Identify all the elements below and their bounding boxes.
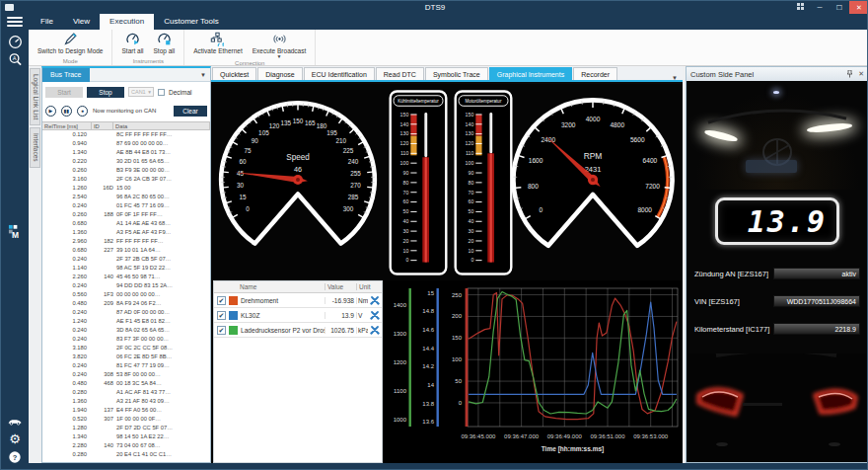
tab-read-dtc[interactable]: Read DTC [376, 67, 424, 80]
bus-trace-row[interactable]: 0.2402F 37 2B CB 5F 07… [42, 255, 210, 264]
signal-table: Name Value Unit ✔Drehmoment-16.938Nm✔KL3… [213, 280, 383, 463]
record-icon[interactable]: ● [77, 106, 88, 117]
svg-text:90: 90 [469, 170, 474, 176]
tab-diagnose[interactable]: Diagnose [257, 67, 303, 80]
bus-trace-row[interactable]: 1.240AE F1 45 E8 01 82… [42, 317, 210, 326]
tab-recorder[interactable]: Recorder [573, 67, 617, 80]
field-value[interactable]: aktiv [773, 268, 860, 279]
switch-to-design-mode-button[interactable]: Switch to Design Mode [33, 31, 108, 57]
car-icon[interactable] [4, 413, 26, 429]
configure-wrench-icon[interactable] [368, 325, 382, 335]
bus-trace-row[interactable]: 1.34098 14 50 1A E2 22… [42, 432, 210, 441]
svg-text:46: 46 [294, 165, 302, 174]
chevron-down-icon[interactable]: ▼ [672, 76, 678, 80]
field-value[interactable]: 2218.9 [773, 323, 860, 335]
tab-graphical-instruments[interactable]: Graphical Instruments [489, 67, 572, 80]
signal-row[interactable]: ✔Ladedrucksensor P2 vor Drosselklappe102… [214, 323, 382, 338]
bus-trace-row[interactable]: 3.1602F C6 2A CB 3F 07… [42, 175, 210, 184]
bus-trace-row[interactable]: 2.54096 8A 2C 80 65 00… [42, 193, 210, 201]
signal-row[interactable]: ✔Drehmoment-16.938Nm [214, 293, 382, 308]
configure-wrench-icon[interactable] [368, 295, 382, 305]
configure-wrench-icon[interactable] [368, 310, 382, 320]
bus-trace-row[interactable]: 0.680A1 14 AE AE 43 68… [42, 219, 210, 228]
minimize-button[interactable]: ─ [810, 1, 830, 14]
bus-trace-row[interactable]: 0.5601F300 00 00 00 00… [42, 290, 210, 299]
svg-text:15: 15 [427, 290, 434, 296]
cell-id [92, 130, 113, 139]
tab-quicktest[interactable]: Quicktest [212, 67, 256, 80]
close-button[interactable]: ✕ [849, 1, 868, 14]
signal-row[interactable]: ✔KL30Z13.9V [214, 308, 382, 323]
bus-trace-row[interactable]: 0.260B3 F9 3E 00 00 00… [42, 166, 210, 175]
bus-trace-row[interactable]: 2.28014073 04 00 67 08… [42, 441, 210, 450]
gauge-icon[interactable] [4, 34, 26, 49]
can-channel-select[interactable]: CAN1▾ [128, 87, 154, 97]
start-button[interactable]: Start [45, 87, 83, 98]
help-icon[interactable]: ? [4, 449, 26, 465]
bus-trace-row[interactable]: 1.340AE 8B 44 E8 01 73… [42, 148, 210, 157]
bus-column-2[interactable]: Data [113, 122, 210, 129]
bus-trace-row[interactable]: 3.82006 FC 2E 8D 5F 8B… [42, 352, 210, 361]
bus-trace-row[interactable]: 0.24087 AD 0F 00 00 00… [42, 308, 210, 317]
maximize-button[interactable]: ☐ [830, 1, 849, 14]
close-icon[interactable]: ✕ [858, 70, 864, 78]
bus-trace-row[interactable]: 2.960182FF FF FF FF FF… [42, 237, 210, 246]
bus-trace-row[interactable]: 0.28020 E4 C1 41 0C C1… [42, 450, 210, 459]
ribbon-tab-customer-tools[interactable]: Customer Tools [154, 14, 228, 30]
bus-trace-row[interactable]: 0.24081 FC 47 77 19 09… [42, 361, 210, 370]
ribbon-tab-view[interactable]: View [63, 14, 100, 30]
signal-checkbox[interactable]: ✔ [217, 311, 226, 320]
bus-trace-row[interactable]: 1.14098 AC 5F 19 D2 22… [42, 264, 210, 273]
ribbon-tab-execution[interactable]: Execution [100, 14, 154, 30]
bus-trace-row[interactable]: 0.2601880F 0F 1F FF FF… [42, 210, 210, 219]
pause-icon[interactable]: ▮▮ [61, 106, 72, 117]
bus-trace-row[interactable]: 1.360A3 F5 AE AF 43 F9… [42, 228, 210, 237]
bus-trace-row[interactable]: 0.5203071F 00 00 00 0F… [42, 415, 210, 424]
stop-all-button[interactable]: Stop all [149, 31, 181, 57]
bus-trace-row[interactable]: 0.1208C FF FF FF FF FF… [42, 130, 210, 139]
m-logo-icon[interactable]: M [4, 223, 26, 239]
bus-trace-row[interactable]: 1.26016D15 00 [42, 184, 210, 193]
bus-trace-row[interactable]: 0.94087 69 00 00 00 00… [42, 139, 210, 148]
stop-button[interactable]: Stop [87, 87, 124, 98]
sidetab-interfaces[interactable]: Interfaces [30, 127, 40, 168]
bus-trace-row[interactable]: 0.22030 2D 01 65 6A 65… [42, 157, 210, 166]
execute-broadcast-button[interactable]: Execute Broadcast▼ [248, 31, 312, 59]
activate-ethernet-button[interactable]: Activate Ethernet [188, 31, 248, 59]
layout-grid-icon[interactable] [790, 1, 810, 14]
bus-trace-row[interactable]: 2.26014045 46 50 98 71… [42, 273, 210, 281]
bus-column-1[interactable]: ID [92, 122, 113, 129]
start-all-button[interactable]: Start all [116, 31, 148, 57]
tab-bus-trace[interactable]: Bus Trace [42, 68, 90, 82]
field-value[interactable]: WDD1770511J098664 [773, 295, 860, 307]
clear-button[interactable]: Clear [174, 106, 207, 117]
bus-trace-row[interactable]: 0.24001 FC 45 77 16 09… [42, 201, 210, 210]
bus-column-0[interactable]: RelTime [ms] [42, 122, 92, 129]
bus-trace-row[interactable]: 0.48046800 18 3C 5A 84… [42, 379, 210, 388]
bus-trace-row[interactable]: 0.2403D 8A 02 65 6A 65… [42, 326, 210, 335]
bus-trace-row[interactable]: 0.4802098A F9 24 06 F2… [42, 299, 210, 308]
decimal-checkbox[interactable] [158, 89, 165, 96]
bus-trace-row[interactable]: 1.360A3 21 AF 80 43 09… [42, 397, 210, 406]
cell-id: 209 [92, 299, 113, 308]
search-signals-icon[interactable]: A [4, 51, 26, 67]
bus-trace-row[interactable]: 1.940137E4 FF A0 56 00… [42, 406, 210, 415]
bus-trace-row[interactable]: 0.24030853 8F 00 00 00… [42, 370, 210, 379]
bus-trace-row[interactable]: 3.1802F 0C 2C CC 5F 08… [42, 344, 210, 352]
hamburger-menu-icon[interactable] [7, 17, 23, 27]
tab-ecu-identification[interactable]: ECU Identification [304, 67, 375, 80]
chevron-down-icon[interactable]: ▼ [200, 73, 206, 77]
pin-icon[interactable] [846, 70, 853, 78]
sidetab-logical-link-list[interactable]: Logical Link List [30, 68, 40, 125]
bus-trace-row[interactable]: 0.24094 DD DD 83 15 2A… [42, 281, 210, 290]
settings-gear-icon[interactable]: ⚙ [4, 431, 26, 446]
signal-checkbox[interactable]: ✔ [217, 296, 226, 305]
bus-trace-row[interactable]: 1.2802F D7 2D CC 5F 07… [42, 424, 210, 432]
bus-trace-row[interactable]: 0.24083 F7 3F 00 00 00… [42, 335, 210, 344]
play-icon[interactable]: ▶ [45, 106, 56, 117]
signal-checkbox[interactable]: ✔ [217, 326, 226, 335]
tab-symbolic-trace[interactable]: Symbolic Trace [425, 67, 488, 80]
ribbon-tab-file[interactable]: File [31, 14, 63, 30]
bus-trace-row[interactable]: 0.68022739 10 01 1A 64… [42, 246, 210, 255]
bus-trace-row[interactable]: 0.280A1 AC AF 81 43 77… [42, 388, 210, 397]
